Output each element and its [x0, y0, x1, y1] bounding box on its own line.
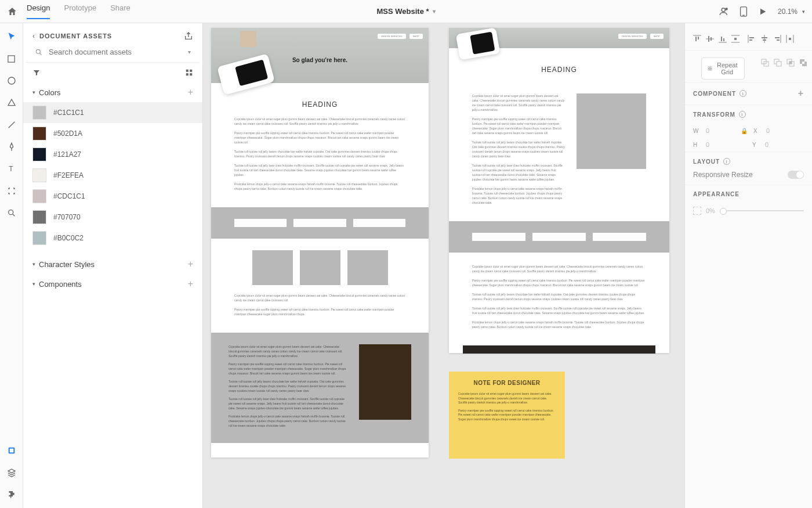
svg-line-9	[13, 214, 14, 216]
align-right-icon[interactable]	[773, 35, 781, 43]
libraries-icon[interactable]	[6, 445, 17, 456]
artboard-1[interactable]: DESIGN SERVICESSHOP So glad you're here.…	[211, 28, 429, 457]
invite-icon[interactable]	[719, 6, 729, 17]
tab-prototype[interactable]: Prototype	[64, 3, 96, 19]
subtract-icon[interactable]	[774, 59, 782, 67]
color-swatch[interactable]: #C1C1C1	[23, 102, 202, 123]
rectangle-tool[interactable]	[6, 53, 17, 64]
section-colors[interactable]: ▾ Colors +	[23, 82, 202, 102]
lock-icon[interactable]: 🔒	[741, 128, 748, 134]
svg-rect-25	[721, 37, 722, 41]
assets-title: DOCUMENT ASSETS	[39, 33, 112, 39]
plugins-icon[interactable]	[6, 489, 17, 500]
zoom-level[interactable]: 20.1% ▾	[778, 8, 805, 16]
body-text: Cupcake ipsum dolor sit amet sugar plum …	[472, 93, 565, 112]
assets-search-input[interactable]	[49, 48, 188, 56]
dark-section: Cupcake ipsum dolor sit amet sugar plum …	[211, 333, 429, 443]
tab-share[interactable]: Share	[110, 3, 130, 19]
w-value[interactable]: 0	[706, 127, 735, 134]
responsive-toggle[interactable]	[788, 171, 804, 179]
appearance-label: APPEARANCE	[693, 191, 740, 197]
color-swatch[interactable]: #CDC1C1	[23, 186, 202, 207]
section-components[interactable]: ▾ Components +	[23, 274, 202, 294]
align-hcenter-icon[interactable]	[760, 35, 768, 43]
svg-rect-55	[802, 62, 804, 64]
align-left-icon[interactable]	[748, 35, 756, 43]
export-icon[interactable]	[184, 31, 193, 41]
chevron-down-icon[interactable]: ▾	[188, 49, 191, 55]
footer-bar	[463, 345, 655, 354]
svg-rect-4	[8, 55, 14, 62]
add-color-icon[interactable]: +	[188, 87, 193, 98]
y-label: Y	[752, 142, 759, 148]
svg-rect-22	[708, 36, 709, 42]
polygon-tool[interactable]	[6, 98, 17, 108]
home-icon[interactable]	[7, 6, 17, 17]
artboard-tool[interactable]	[6, 186, 17, 196]
info-icon[interactable]: i	[723, 158, 730, 165]
x-value[interactable]: 0	[766, 127, 795, 134]
svg-rect-38	[777, 39, 780, 41]
body-text: Pastry marzipan pie soufflé topping swee…	[211, 307, 429, 316]
image-placeholder	[577, 93, 646, 169]
info-icon[interactable]: i	[740, 90, 746, 97]
info-icon[interactable]: i	[739, 111, 746, 118]
note-title: NOTE FOR DESIGNER	[458, 380, 556, 386]
back-icon[interactable]: ‹	[32, 32, 35, 40]
align-bottom-icon[interactable]	[719, 35, 727, 43]
note-body: Pastry marzipan pie soufflé topping swee…	[458, 409, 556, 422]
designer-note[interactable]: NOTE FOR DESIGNER Cupcake ipsum dolor si…	[449, 372, 565, 459]
device-preview-icon[interactable]	[740, 6, 748, 17]
distribute-h-icon[interactable]	[786, 35, 794, 43]
body-text: Cupcake ipsum dolor sit amet sugar plum …	[211, 117, 429, 126]
align-vcenter-icon[interactable]	[706, 35, 714, 43]
svg-rect-44	[708, 69, 709, 70]
color-swatch[interactable]: #707070	[23, 207, 202, 228]
chevron-down-icon: ▾	[433, 8, 436, 15]
play-icon[interactable]	[758, 7, 767, 16]
svg-rect-49	[777, 62, 781, 66]
add-component-icon[interactable]: +	[798, 88, 804, 99]
opacity-slider[interactable]	[720, 210, 804, 211]
section-char-styles[interactable]: ▾ Character Styles +	[23, 254, 202, 274]
intersect-icon[interactable]	[786, 59, 795, 67]
tab-design[interactable]: Design	[27, 3, 50, 19]
body-text: Tootsie roll tootsie roll jelly beans ch…	[472, 140, 565, 158]
layers-icon[interactable]	[6, 467, 17, 478]
add-component-icon[interactable]: +	[188, 279, 193, 289]
filter-icon[interactable]	[32, 69, 41, 77]
line-tool[interactable]	[6, 120, 17, 130]
color-swatch[interactable]: #F2EFEA	[23, 165, 202, 186]
color-swatch[interactable]: #B0C0C2	[23, 228, 202, 248]
svg-line-13	[40, 53, 42, 55]
add-style-icon[interactable]: +	[188, 259, 193, 269]
artboard-2[interactable]: DESIGN SERVICESSHOP HEADING Cupcake ipsu…	[449, 28, 669, 353]
document-title[interactable]: MSS Website * ▾	[376, 7, 435, 16]
select-tool[interactable]	[6, 31, 17, 42]
svg-point-0	[722, 8, 725, 12]
opacity-value[interactable]: 0%	[706, 207, 715, 214]
color-swatch[interactable]: #121A27	[23, 144, 202, 165]
add-icon[interactable]	[761, 59, 769, 67]
body-text: Fruitcake lemon drops jelly-o carrot cak…	[472, 186, 565, 205]
h-value[interactable]: 0	[706, 141, 735, 148]
distribute-v-icon[interactable]	[731, 35, 740, 43]
svg-rect-20	[698, 37, 699, 39]
body-text: Cupcake ipsum dolor sit amet sugar plum …	[211, 293, 429, 302]
repeat-grid-button[interactable]: Repeat Grid	[701, 57, 745, 80]
grid-view-icon[interactable]	[185, 69, 193, 77]
zoom-tool[interactable]	[6, 208, 17, 218]
exclude-icon[interactable]	[799, 59, 807, 67]
align-top-icon[interactable]	[693, 35, 701, 43]
pen-tool[interactable]	[6, 142, 17, 152]
chevron-down-icon: ▾	[32, 89, 35, 95]
svg-point-1	[726, 8, 727, 10]
canvas[interactable]: DESIGN SERVICESSHOP So glad you're here.…	[203, 23, 684, 508]
svg-text:T: T	[9, 165, 13, 173]
color-swatch[interactable]: #502D1A	[23, 123, 202, 144]
text-tool[interactable]: T	[6, 164, 17, 174]
svg-rect-41	[789, 38, 791, 40]
ellipse-tool[interactable]	[6, 75, 17, 86]
svg-rect-11	[9, 449, 13, 453]
y-value[interactable]: 0	[765, 141, 794, 148]
